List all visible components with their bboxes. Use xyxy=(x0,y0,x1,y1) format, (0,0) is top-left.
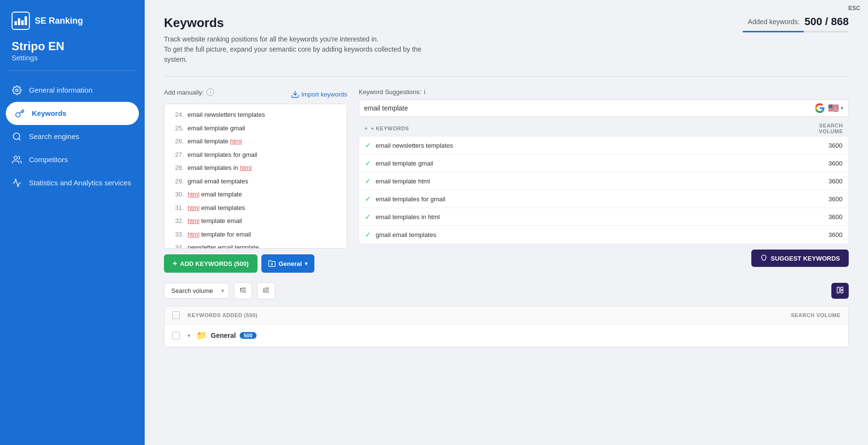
header-checkbox-col xyxy=(172,311,188,319)
suggestions-section: Keyword Suggestions: i 🇺🇸 ▾ xyxy=(359,88,849,273)
people-icon xyxy=(12,154,22,165)
key-icon xyxy=(14,108,25,119)
keyword-search-input-row: 🇺🇸 ▾ xyxy=(359,99,849,117)
list-item: 26.email template html xyxy=(166,135,345,148)
check-icon: ✓ xyxy=(365,177,371,185)
row-expand-icon[interactable]: ▾ xyxy=(188,333,190,339)
suggestion-item: ✓ email templates in html 3600 xyxy=(359,208,848,226)
logo-icon xyxy=(12,12,30,30)
svg-point-2 xyxy=(14,133,20,139)
suggestions-list: ✓ email newsletters templates 3600 ✓ ema… xyxy=(359,136,849,244)
content-area: Keywords Track website ranking positions… xyxy=(145,0,868,445)
sidebar-project: Stripo EN Settings xyxy=(0,40,145,67)
sidebar-project-subtitle: Settings xyxy=(12,54,133,62)
sidebar-item-label-general: General information xyxy=(29,86,93,94)
sidebar-item-label-competitors: Competitors xyxy=(29,155,68,164)
sidebar-item-keywords[interactable]: Keywords xyxy=(6,102,139,125)
suggestion-item: ✓ email template gmail 3600 xyxy=(359,154,848,172)
sidebar-brand: SE Ranking xyxy=(35,16,83,26)
suggestion-item: ✓ gmail email templates 3600 xyxy=(359,226,848,243)
sidebar-project-name: Stripo EN xyxy=(12,40,133,54)
check-icon: ✓ xyxy=(365,231,371,238)
sort-asc-icon xyxy=(239,286,247,294)
list-item: 31.html email templates xyxy=(166,201,345,215)
list-item: 32.html template email xyxy=(166,214,345,228)
sidebar-item-competitors[interactable]: Competitors xyxy=(0,148,145,171)
main-content: ESC Keywords Track website ranking posit… xyxy=(145,0,868,445)
svg-point-1 xyxy=(16,112,20,117)
sidebar-divider xyxy=(8,70,137,71)
plus-col-icon: + xyxy=(365,125,368,131)
header-divider xyxy=(164,76,849,77)
list-item: 24.email newsletters templates xyxy=(166,108,345,122)
suggestions-table-header: + + KEYWORDS SEARCH VOLUME xyxy=(359,121,849,136)
bottom-table-section: Search volume Alphabetical ▾ xyxy=(164,282,849,348)
google-icon xyxy=(814,103,825,113)
flag-icon: 🇺🇸 xyxy=(828,103,839,113)
sort-desc-icon xyxy=(262,286,270,294)
keywords-counter: Added keywords: 500 / 868 xyxy=(743,15,849,32)
sort-select-wrapper: Search volume Alphabetical ▾ xyxy=(164,283,229,299)
esc-button[interactable]: ESC xyxy=(848,5,860,12)
add-keywords-button[interactable]: + ADD KEYWORDS (500) xyxy=(164,254,258,273)
row-checkbox-col xyxy=(172,332,188,339)
list-item: 27.email templates for gmail xyxy=(166,148,345,162)
header-checkbox[interactable] xyxy=(172,311,180,319)
table-row: ▾ 📁 General 500 xyxy=(164,324,848,347)
sidebar-item-label-analytics: Statistics and Analytics services xyxy=(29,179,131,187)
keywords-table: KEYWORDS ADDED (500) SEARCH VOLUME ▾ 📁 G… xyxy=(164,306,849,348)
page-description: Track website ranking positions for all … xyxy=(164,34,444,65)
svg-rect-15 xyxy=(837,287,840,293)
check-icon: ✓ xyxy=(365,213,371,221)
suggestions-chevron-icon[interactable]: ▾ xyxy=(841,105,843,111)
check-icon: ✓ xyxy=(365,159,371,167)
add-manually-label: Add manually: i xyxy=(164,88,214,96)
sidebar-item-statistics-analytics[interactable]: Statistics and Analytics services xyxy=(0,171,145,195)
suggestions-info-icon[interactable]: i xyxy=(424,88,425,96)
check-icon: ✓ xyxy=(365,195,371,203)
table-controls: Search volume Alphabetical ▾ xyxy=(164,282,849,299)
general-group-button[interactable]: General ▾ xyxy=(261,254,314,273)
plus-icon: + xyxy=(173,259,177,268)
col-keywords-added-header: KEYWORDS ADDED (500) xyxy=(188,312,773,318)
list-item: 30.html email template xyxy=(166,188,345,201)
import-keywords-link[interactable]: Import keywords xyxy=(291,90,347,98)
sort-select[interactable]: Search volume Alphabetical xyxy=(164,283,229,299)
sidebar-logo: SE Ranking xyxy=(0,0,145,40)
sort-desc-button[interactable] xyxy=(257,282,275,299)
logo-bars xyxy=(14,16,27,25)
sidebar-navigation: General information Keywords Search engi… xyxy=(0,75,145,445)
sidebar: SE Ranking Stripo EN Settings General in… xyxy=(0,0,145,445)
list-item: 34.newsletter email template xyxy=(166,241,345,249)
add-manually-info-icon[interactable]: i xyxy=(206,88,214,96)
sidebar-item-general-information[interactable]: General information xyxy=(0,79,145,102)
general-chevron-icon: ▾ xyxy=(305,261,308,267)
col-keywords-header: + + KEYWORDS xyxy=(365,123,795,134)
page-header: Keywords Track website ranking positions… xyxy=(164,15,849,65)
check-icon: ✓ xyxy=(365,141,371,149)
row-checkbox[interactable] xyxy=(172,332,180,339)
suggest-keywords-button[interactable]: SUGGEST KEYWORDS xyxy=(751,250,849,267)
page-header-text: Keywords Track website ranking positions… xyxy=(164,15,444,65)
counter-bar xyxy=(743,31,849,32)
sort-asc-button[interactable] xyxy=(234,282,252,299)
add-column-button[interactable] xyxy=(831,283,849,299)
sidebar-item-search-engines[interactable]: Search engines xyxy=(0,125,145,148)
lightbulb-icon xyxy=(760,254,768,262)
keyword-search-input[interactable] xyxy=(364,104,814,112)
folder-icon: 📁 xyxy=(196,330,207,341)
col-search-volume-header: SEARCH VOLUME xyxy=(773,312,841,318)
folder-row-name: ▾ 📁 General 500 xyxy=(188,330,773,341)
import-icon xyxy=(291,90,299,98)
suggestion-item: ✓ email template html 3600 xyxy=(359,172,848,190)
added-keywords-label: Added keywords: xyxy=(748,18,800,26)
add-manually-header: Add manually: i Import keywords xyxy=(164,88,347,100)
keywords-count: 500 / 868 xyxy=(804,15,849,28)
list-item: 28.email templates in html xyxy=(166,161,345,175)
page-title: Keywords xyxy=(164,15,444,30)
keyword-list-box[interactable]: 24.email newsletters templates 25.email … xyxy=(164,104,347,249)
list-item: 33.html template for email xyxy=(166,228,345,241)
svg-point-0 xyxy=(16,89,18,91)
sidebar-brand-name: SE Ranking xyxy=(35,16,83,26)
chart-icon xyxy=(12,178,22,188)
